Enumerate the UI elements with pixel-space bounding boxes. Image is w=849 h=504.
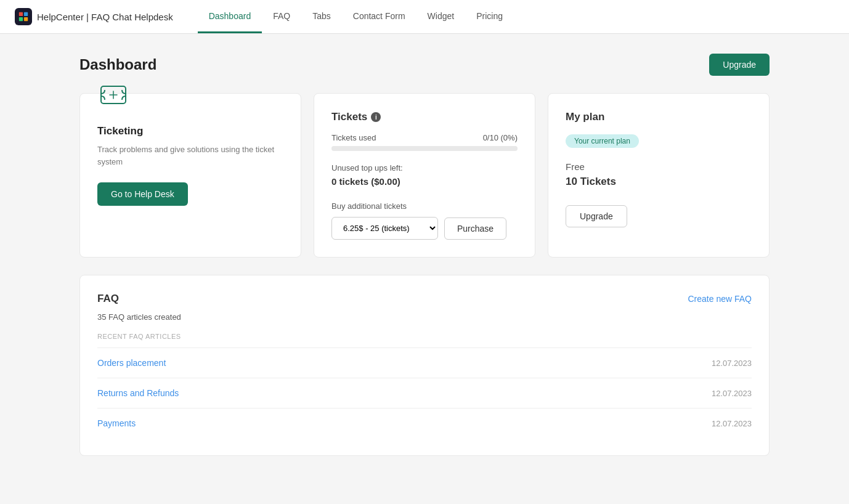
logo-icon <box>15 8 32 25</box>
faq-item-2: Returns and Refunds 12.07.2023 <box>97 378 752 408</box>
plan-card: My plan Your current plan Free 10 Ticket… <box>548 93 770 258</box>
main-content: Dashboard Upgrade <box>55 34 794 476</box>
tickets-used-label: Tickets used <box>331 133 376 142</box>
nav-contact-form[interactable]: Contact Form <box>342 0 416 33</box>
faq-item-1: Orders placement 12.07.2023 <box>97 348 752 378</box>
info-icon[interactable]: i <box>371 112 381 122</box>
faq-link-3[interactable]: Payments <box>97 418 136 428</box>
plan-tickets: 10 Tickets <box>566 176 752 188</box>
plan-name: Free <box>566 161 752 172</box>
ticket-icon-v2 <box>97 79 283 113</box>
upgrade-button-top[interactable]: Upgrade <box>709 54 770 76</box>
tickets-used-row: Tickets used 0/10 (0%) <box>331 133 518 142</box>
svg-rect-3 <box>24 17 28 21</box>
faq-link-2[interactable]: Returns and Refunds <box>97 388 179 398</box>
faq-section: FAQ Create new FAQ 35 FAQ articles creat… <box>79 275 770 456</box>
faq-header: FAQ Create new FAQ <box>97 293 752 305</box>
app-title: HelpCenter | FAQ Chat Helpdesk <box>37 12 173 22</box>
nav-dashboard[interactable]: Dashboard <box>198 0 262 33</box>
unused-value: 0 tickets ($0.00) <box>331 176 518 187</box>
header: HelpCenter | FAQ Chat Helpdesk Dashboard… <box>0 0 849 34</box>
svg-rect-2 <box>19 17 23 21</box>
tickets-card-title: Tickets <box>331 111 367 123</box>
dashboard-header: Dashboard Upgrade <box>79 54 770 76</box>
ticketing-title: Ticketing <box>97 125 283 137</box>
current-plan-badge: Your current plan <box>566 134 639 148</box>
recent-faq-label: RECENT FAQ ARTICLES <box>97 333 752 348</box>
buy-row: 6.25$ - 25 (tickets) 12.50$ - 50 (ticket… <box>331 217 518 240</box>
main-nav: Dashboard FAQ Tabs Contact Form Widget P… <box>198 0 514 33</box>
page-title: Dashboard <box>79 56 156 73</box>
goto-helpdesk-button[interactable]: Go to Help Desk <box>97 182 188 206</box>
tickets-card-header: Tickets i <box>331 111 518 123</box>
buy-label: Buy additional tickets <box>331 201 518 211</box>
faq-count: 35 FAQ articles created <box>97 312 752 322</box>
nav-faq[interactable]: FAQ <box>262 0 301 33</box>
logo-area: HelpCenter | FAQ Chat Helpdesk <box>15 8 173 25</box>
ticketing-desc: Track problems and give solutions using … <box>97 144 283 168</box>
faq-date-2: 12.07.2023 <box>712 389 752 398</box>
svg-rect-0 <box>19 12 23 16</box>
plan-title: My plan <box>566 111 752 123</box>
nav-widget[interactable]: Widget <box>416 0 466 33</box>
tickets-card: Tickets i Tickets used 0/10 (0%) Unused … <box>314 93 535 258</box>
cards-row: Ticketing Track problems and give soluti… <box>79 93 770 258</box>
ticket-quantity-select[interactable]: 6.25$ - 25 (tickets) 12.50$ - 50 (ticket… <box>331 217 438 240</box>
faq-link-1[interactable]: Orders placement <box>97 358 166 368</box>
faq-title: FAQ <box>97 293 119 305</box>
faq-item-3: Payments 12.07.2023 <box>97 408 752 438</box>
purchase-button[interactable]: Purchase <box>444 217 506 240</box>
svg-rect-1 <box>24 12 28 16</box>
faq-date-3: 12.07.2023 <box>712 419 752 428</box>
upgrade-button-card[interactable]: Upgrade <box>566 205 627 227</box>
ticketing-card: Ticketing Track problems and give soluti… <box>79 93 301 258</box>
tickets-progress-bar <box>331 146 518 151</box>
create-faq-link[interactable]: Create new FAQ <box>688 294 752 304</box>
tickets-used-value: 0/10 (0%) <box>483 133 518 142</box>
nav-pricing[interactable]: Pricing <box>465 0 514 33</box>
nav-tabs[interactable]: Tabs <box>301 0 342 33</box>
unused-label: Unused top ups left: <box>331 163 518 173</box>
faq-date-1: 12.07.2023 <box>712 359 752 368</box>
